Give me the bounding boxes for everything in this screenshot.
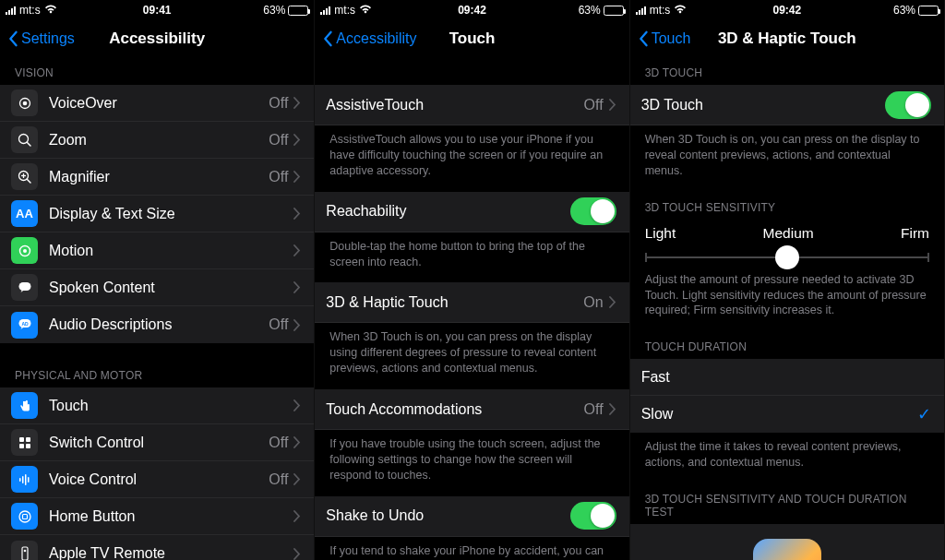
row-value: Off	[269, 471, 288, 488]
slider-thumb[interactable]	[775, 245, 799, 269]
svg-line-7	[27, 179, 30, 183]
magnifier-icon	[11, 163, 38, 190]
svg-rect-17	[19, 478, 21, 482]
row-spoken-content[interactable]: Spoken Content	[0, 269, 314, 306]
row-home-button[interactable]: Home Button	[0, 498, 314, 535]
toggle-3d-touch[interactable]	[885, 91, 931, 119]
row-reachability[interactable]: Reachability	[315, 192, 628, 232]
section-header-vision: VISION	[0, 57, 314, 85]
row-magnifier[interactable]: Magnifier Off	[0, 159, 314, 196]
svg-rect-19	[25, 474, 27, 485]
checkmark-icon: ✓	[917, 404, 931, 424]
wifi-icon	[359, 5, 372, 16]
chevron-right-icon	[293, 97, 301, 109]
chevron-right-icon	[293, 436, 301, 448]
row-zoom[interactable]: Zoom Off	[0, 122, 314, 159]
row-display-text-size[interactable]: AA Display & Text Size	[0, 196, 314, 232]
row-value: Off	[269, 95, 288, 112]
row-label: Motion	[49, 243, 293, 259]
row-label: VoiceOver	[49, 95, 269, 112]
section-header-sensitivity: 3D TOUCH SENSITIVITY	[630, 192, 944, 220]
back-label: Touch	[652, 30, 691, 47]
row-label: Apple TV Remote	[49, 545, 293, 560]
battery-icon	[604, 6, 624, 16]
panel-touch: mt:s 09:42 63% Accessibility Touch Assis…	[315, 0, 629, 560]
svg-point-21	[19, 511, 30, 522]
section-header-test: 3D TOUCH SENSITIVITY AND TOUCH DURATION …	[630, 483, 944, 524]
battery-pct: 63%	[579, 4, 601, 17]
svg-line-3	[27, 142, 30, 146]
svg-rect-13	[19, 437, 24, 442]
row-label: Voice Control	[49, 471, 269, 488]
row-duration-fast[interactable]: Fast	[630, 359, 944, 396]
battery-pct: 63%	[893, 4, 915, 17]
row-value: Off	[584, 401, 604, 418]
chevron-right-icon	[293, 510, 301, 522]
row-3d-touch[interactable]: 3D Touch	[630, 85, 944, 125]
back-button[interactable]: Settings	[7, 30, 75, 47]
row-motion[interactable]: Motion	[0, 232, 314, 269]
row-label: 3D Touch	[641, 97, 885, 113]
svg-text:AD: AD	[21, 321, 29, 327]
chevron-right-icon	[293, 319, 301, 331]
signal-bars-icon	[636, 6, 646, 15]
footer-shake: If you tend to shake your iPhone by acci…	[315, 537, 628, 560]
row-label: 3D & Haptic Touch	[326, 294, 583, 311]
toggle-reachability[interactable]	[570, 197, 616, 225]
row-label: AssistiveTouch	[326, 97, 583, 113]
chevron-right-icon	[293, 171, 301, 183]
row-label: Spoken Content	[49, 280, 293, 296]
battery-pct: 63%	[263, 4, 285, 17]
row-voiceover[interactable]: VoiceOver Off	[0, 85, 314, 122]
row-audio-descriptions[interactable]: AD Audio Descriptions Off	[0, 306, 314, 343]
carrier-label: mt:s	[650, 4, 671, 17]
voiceover-icon	[11, 89, 38, 116]
touch-icon	[11, 392, 38, 419]
row-label: Home Button	[49, 508, 293, 525]
row-value: Off	[269, 169, 288, 185]
chevron-right-icon	[609, 403, 616, 415]
svg-rect-23	[22, 547, 28, 560]
test-area-icon[interactable]	[753, 539, 821, 560]
row-label: Display & Text Size	[49, 206, 293, 222]
svg-rect-10	[18, 282, 30, 291]
back-button[interactable]: Touch	[638, 30, 691, 47]
status-bar: mt:s 09:41 63%	[0, 0, 314, 20]
back-button[interactable]: Accessibility	[322, 30, 416, 47]
section-header-physical: PHYSICAL AND MOTOR	[0, 343, 314, 387]
slider-label-firm: Firm	[901, 225, 929, 242]
row-shake-to-undo[interactable]: Shake to Undo	[315, 496, 628, 537]
chevron-right-icon	[293, 244, 301, 256]
slider-tick	[927, 253, 929, 262]
section-header-3dtouch: 3D TOUCH	[630, 57, 944, 85]
slider-label-light: Light	[645, 225, 676, 242]
svg-rect-18	[22, 476, 24, 483]
text-size-icon: AA	[11, 200, 38, 227]
switch-control-icon	[11, 429, 38, 456]
footer-accommodations: If you have trouble using the touch scre…	[315, 430, 628, 496]
row-label: Reachability	[326, 203, 569, 220]
slider-tick	[645, 253, 647, 262]
back-label: Accessibility	[336, 30, 416, 47]
footer-duration: Adjust the time it takes to reveal conte…	[630, 433, 944, 483]
row-switch-control[interactable]: Switch Control Off	[0, 424, 314, 461]
row-label: Switch Control	[49, 435, 269, 451]
row-touch-accommodations[interactable]: Touch Accommodations Off	[315, 389, 628, 430]
row-duration-slow[interactable]: Slow ✓	[630, 396, 944, 433]
toggle-shake-undo[interactable]	[570, 502, 616, 530]
row-voice-control[interactable]: Voice Control Off	[0, 461, 314, 498]
row-3d-haptic-touch[interactable]: 3D & Haptic Touch On	[315, 282, 628, 323]
status-bar: mt:s 09:42 63%	[315, 0, 628, 20]
chevron-right-icon	[293, 208, 301, 220]
motion-icon	[11, 237, 38, 264]
svg-rect-20	[28, 477, 30, 483]
sensitivity-slider[interactable]	[645, 256, 929, 258]
audio-descriptions-icon: AD	[11, 312, 38, 339]
row-apple-tv-remote[interactable]: Apple TV Remote	[0, 535, 314, 560]
chevron-right-icon	[293, 134, 301, 146]
row-touch[interactable]: Touch	[0, 387, 314, 424]
row-label: Zoom	[49, 132, 269, 149]
row-value: Off	[269, 316, 288, 333]
row-assistive-touch[interactable]: AssistiveTouch Off	[315, 85, 628, 125]
footer-assistive: AssistiveTouch allows you to use your iP…	[315, 125, 628, 192]
